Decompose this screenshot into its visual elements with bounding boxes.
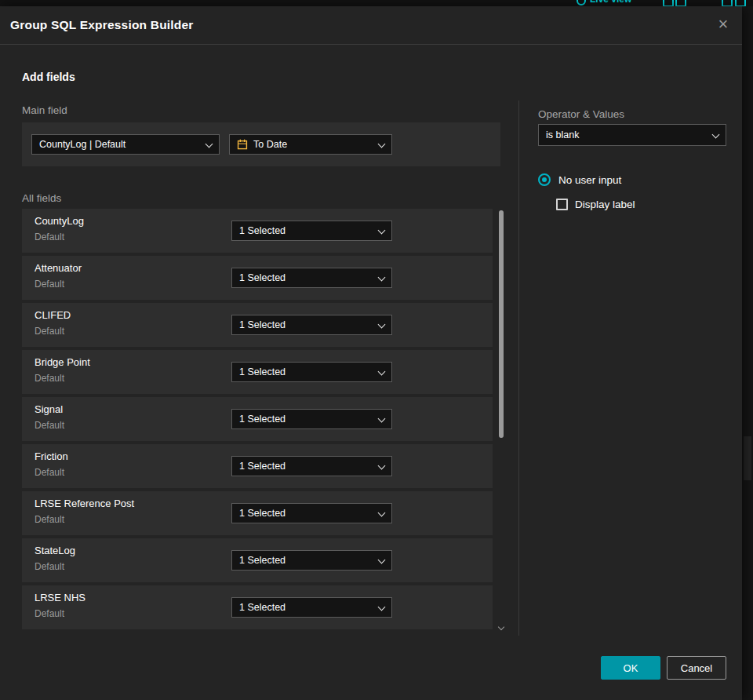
chevron-down-icon	[378, 556, 386, 564]
field-type: Default	[35, 373, 64, 384]
toolbar-icon[interactable]	[722, 0, 733, 6]
field-type: Default	[35, 561, 64, 572]
field-type: Default	[35, 608, 64, 619]
scrollbar-thumb[interactable]	[499, 210, 504, 438]
operator-value: is blank	[546, 129, 579, 140]
field-name: LRSE Reference Post	[35, 498, 134, 509]
toolbar-icon[interactable]	[675, 0, 686, 6]
close-icon[interactable]: ×	[712, 14, 734, 36]
field-type: Default	[35, 420, 64, 431]
field-selection-dropdown[interactable]: 1 Selected	[231, 362, 392, 382]
field-type: Default	[35, 467, 64, 478]
field-row: CountyLog Default 1 Selected	[22, 209, 493, 253]
main-field-label: Main field	[22, 104, 67, 116]
field-type: Default	[35, 326, 64, 337]
toolbar-icon[interactable]	[663, 0, 674, 6]
chevron-down-icon	[378, 462, 386, 470]
field-name: Bridge Point	[35, 356, 90, 368]
field-selection-dropdown[interactable]: 1 Selected	[231, 315, 392, 335]
screen: Live view Group SQL Expression Builder ×…	[0, 0, 753, 700]
list-scrollbar[interactable]	[497, 209, 505, 636]
scroll-down-icon[interactable]	[498, 624, 504, 630]
field-row: CLIFED Default 1 Selected	[22, 303, 493, 347]
live-view-icon	[577, 0, 586, 5]
display-label-checkbox[interactable]	[556, 199, 568, 210]
field-name: CountyLog	[35, 215, 84, 227]
field-row: Attenuator Default 1 Selected	[22, 256, 493, 300]
chevron-down-icon	[378, 321, 386, 329]
dialog-header: Group SQL Expression Builder ×	[0, 6, 742, 45]
main-field-value: To Date	[253, 139, 287, 150]
field-selection-value: 1 Selected	[239, 555, 286, 566]
field-selection-dropdown[interactable]: 1 Selected	[231, 456, 392, 476]
calendar-icon	[237, 139, 248, 150]
field-selection-dropdown[interactable]: 1 Selected	[231, 221, 392, 241]
field-selection-value: 1 Selected	[239, 414, 286, 425]
operator-select[interactable]: is blank	[538, 124, 726, 146]
field-type: Default	[35, 279, 64, 290]
main-field-value-select[interactable]: To Date	[229, 134, 392, 155]
field-selection-value: 1 Selected	[239, 319, 286, 330]
chevron-down-icon	[378, 227, 386, 235]
field-selection-value: 1 Selected	[239, 272, 286, 283]
ok-button[interactable]: OK	[601, 656, 660, 680]
app-topbar: Live view	[0, 0, 753, 6]
field-type: Default	[35, 232, 64, 242]
operator-values-label: Operator & Values	[538, 108, 624, 120]
field-name: Signal	[35, 403, 63, 415]
field-row: LRSE NHS Default 1 Selected	[22, 585, 493, 629]
field-row: Friction Default 1 Selected	[22, 444, 493, 488]
no-user-input-radio[interactable]	[538, 173, 551, 186]
field-row: Bridge Point Default 1 Selected	[22, 350, 493, 394]
field-selection-value: 1 Selected	[239, 602, 286, 613]
no-user-input-label: No user input	[558, 174, 621, 186]
field-type: Default	[35, 514, 64, 525]
field-selection-dropdown[interactable]: 1 Selected	[231, 597, 392, 618]
chevron-down-icon	[378, 274, 386, 282]
live-view-label[interactable]: Live view	[590, 0, 631, 5]
main-field-select-value: CountyLog | Default	[39, 139, 126, 150]
field-selection-dropdown[interactable]: 1 Selected	[231, 550, 392, 571]
all-fields-list: CountyLog Default 1 Selected Attenuator …	[22, 209, 493, 633]
field-name: Friction	[35, 450, 68, 462]
field-name: LRSE NHS	[35, 592, 85, 603]
field-name: CLIFED	[35, 309, 71, 321]
field-name: Attenuator	[35, 262, 82, 274]
field-selection-value: 1 Selected	[239, 366, 286, 377]
background-app-block	[744, 436, 751, 480]
background-app-strip	[742, 6, 753, 700]
toolbar-icon[interactable]	[735, 0, 746, 6]
field-selection-dropdown[interactable]: 1 Selected	[231, 268, 392, 288]
display-label-text: Display label	[575, 199, 635, 210]
main-field-select[interactable]: CountyLog | Default	[31, 134, 220, 155]
field-selection-dropdown[interactable]: 1 Selected	[231, 409, 392, 429]
vertical-divider	[518, 100, 519, 636]
chevron-down-icon	[378, 415, 386, 423]
chevron-down-icon	[378, 368, 386, 376]
field-selection-value: 1 Selected	[239, 461, 286, 472]
chevron-down-icon	[378, 603, 386, 611]
field-selection-value: 1 Selected	[239, 508, 286, 519]
sql-expression-builder-dialog: Group SQL Expression Builder × Add field…	[0, 6, 742, 700]
chevron-down-icon	[206, 140, 213, 148]
chevron-down-icon	[378, 509, 386, 517]
add-fields-title: Add fields	[22, 71, 75, 83]
field-row: StateLog Default 1 Selected	[22, 538, 493, 582]
cancel-button[interactable]: Cancel	[667, 656, 726, 680]
field-selection-dropdown[interactable]: 1 Selected	[231, 503, 392, 523]
field-row: LRSE Reference Post Default 1 Selected	[22, 491, 493, 535]
main-field-panel: CountyLog | Default To Date	[22, 122, 500, 166]
chevron-down-icon	[378, 140, 386, 148]
dialog-title: Group SQL Expression Builder	[10, 6, 194, 44]
field-name: StateLog	[35, 545, 75, 556]
field-row: Signal Default 1 Selected	[22, 397, 493, 441]
all-fields-label: All fields	[22, 192, 61, 204]
field-selection-value: 1 Selected	[239, 225, 286, 236]
chevron-down-icon	[712, 131, 720, 139]
